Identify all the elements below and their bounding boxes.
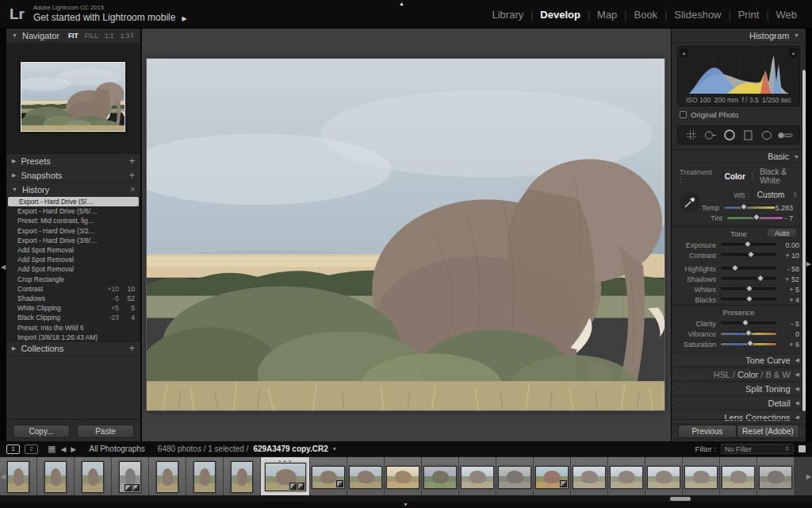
- slider-thumb[interactable]: [745, 329, 753, 337]
- go-back-icon[interactable]: ◀: [60, 445, 66, 453]
- slider-track[interactable]: [724, 206, 776, 209]
- slider-thumb[interactable]: [731, 264, 739, 272]
- edit-badge-icon[interactable]: [560, 480, 567, 487]
- slider-value[interactable]: + 4: [776, 296, 802, 304]
- second-window-button[interactable]: 2: [25, 444, 38, 454]
- photo-thumbnail[interactable]: [722, 466, 755, 489]
- history-item[interactable]: Add Spot Removal: [6, 264, 140, 274]
- filmstrip-cell[interactable]: [422, 457, 459, 496]
- slider-track[interactable]: [721, 267, 776, 270]
- slider-track[interactable]: [721, 322, 776, 325]
- zoom-option-1:1[interactable]: 1:1: [105, 32, 114, 40]
- add-snapshot-icon[interactable]: +: [129, 170, 135, 181]
- slider-track[interactable]: [721, 333, 776, 335]
- current-file-name[interactable]: 629A3479 copy.CR2: [253, 444, 327, 453]
- navigator-thumbnail[interactable]: [21, 62, 125, 132]
- reset-button[interactable]: Reset (Adobe): [737, 425, 799, 438]
- spot-removal-tool[interactable]: [703, 127, 718, 143]
- filmstrip-cell[interactable]: [186, 457, 224, 496]
- edit-badge-icon[interactable]: [124, 484, 132, 491]
- filmstrip-cell[interactable]: [37, 457, 75, 496]
- slider-track[interactable]: [721, 343, 776, 345]
- filmstrip-cell[interactable]: [347, 457, 385, 496]
- zoom-option-fill[interactable]: FILL: [85, 32, 98, 40]
- slider-value[interactable]: - 58: [776, 265, 802, 273]
- filmstrip-scroll-left-icon[interactable]: ◀: [1, 473, 6, 480]
- filmstrip-cell[interactable]: [112, 457, 149, 496]
- copy-button[interactable]: Copy...: [13, 425, 70, 438]
- collapse-right-icon[interactable]: ▶: [806, 260, 811, 267]
- panel-header-detail[interactable]: Detail◀: [672, 396, 806, 410]
- photo-thumbnail[interactable]: [156, 461, 178, 493]
- history-item[interactable]: Shadows-552: [6, 294, 140, 303]
- photo-thumbnail[interactable]: [82, 461, 104, 493]
- clear-history-icon[interactable]: ×: [130, 185, 135, 194]
- crop-overlay-tool[interactable]: [684, 127, 700, 143]
- histogram[interactable]: ▲ ▲ ISO 100200 mmf / 3.51/250 sec: [677, 46, 800, 106]
- photo-thumbnail[interactable]: [193, 461, 216, 493]
- slider-thumb[interactable]: [753, 214, 760, 221]
- top-panel-collapse-icon[interactable]: ▲: [399, 1, 404, 6]
- zoom-option-1:3[interactable]: 1:3: [120, 32, 129, 40]
- photo-thumbnail[interactable]: [349, 466, 382, 489]
- filmstrip-cell[interactable]: [645, 457, 683, 496]
- history-header[interactable]: ▼ History ×: [6, 183, 140, 197]
- slider-thumb[interactable]: [741, 319, 749, 327]
- history-item[interactable]: Export - Hard Drive (5/6/18 5:25:58 PM): [6, 206, 140, 216]
- panel-switch[interactable]: [678, 372, 682, 376]
- adjustment-brush-tool[interactable]: [777, 127, 793, 143]
- module-library[interactable]: Library: [485, 9, 530, 21]
- photo-thumbnail[interactable]: [759, 466, 792, 489]
- photo-thumbnail[interactable]: [7, 461, 29, 493]
- right-panel-scrollbar[interactable]: [802, 70, 806, 411]
- filter-toggle[interactable]: [799, 445, 806, 452]
- history-item[interactable]: Preset: Mid contrast, lighter shadows an…: [6, 216, 140, 225]
- history-item[interactable]: Black Clipping-234: [6, 313, 140, 322]
- filmstrip-cell[interactable]: [608, 457, 645, 496]
- filmstrip-cell[interactable]: • • •: [261, 457, 310, 496]
- panel-header-tone-curve[interactable]: Tone Curve◀: [672, 353, 806, 367]
- slider-thumb[interactable]: [745, 295, 753, 303]
- panel-switch[interactable]: [678, 387, 682, 391]
- history-item[interactable]: Export - Hard Drive (3/27/18 8:16:11 AM): [6, 226, 140, 236]
- history-item[interactable]: Export - Hard Drive (5/6/18 5:26:14 PM): [8, 197, 139, 206]
- slider-track[interactable]: [721, 278, 776, 280]
- photo-thumbnail[interactable]: [498, 466, 531, 489]
- collections-header[interactable]: ▶ Collections +: [6, 342, 140, 356]
- module-web[interactable]: Web: [769, 9, 805, 21]
- slider-value[interactable]: - 5: [776, 320, 802, 328]
- edit-badge-icon[interactable]: [336, 480, 343, 487]
- filter-dropdown[interactable]: No Filter ⇕: [721, 444, 794, 454]
- slider-thumb[interactable]: [747, 251, 755, 259]
- slider-track[interactable]: [721, 244, 776, 246]
- histogram-header[interactable]: Histogram ▼: [672, 29, 806, 43]
- zoom-stepper-icon[interactable]: ⇕: [129, 32, 135, 39]
- main-photo[interactable]: [146, 58, 665, 411]
- filmstrip-cell[interactable]: [720, 457, 757, 496]
- grid-view-icon[interactable]: ▦: [48, 444, 56, 454]
- photo-thumbnail[interactable]: [535, 466, 569, 489]
- treatment-bw-button[interactable]: Black & White: [760, 167, 798, 185]
- photo-thumbnail[interactable]: [231, 461, 253, 493]
- panel-switch[interactable]: [678, 358, 682, 362]
- slider-thumb[interactable]: [744, 241, 752, 248]
- slider-value[interactable]: 5,283: [775, 204, 796, 212]
- slider-thumb[interactable]: [746, 340, 754, 348]
- module-print[interactable]: Print: [731, 9, 767, 21]
- red-eye-tool[interactable]: [722, 127, 737, 143]
- snapshots-header[interactable]: ▶ Snapshots +: [6, 168, 140, 183]
- right-panel-gutter[interactable]: ▶: [806, 29, 812, 441]
- slider-track[interactable]: [727, 217, 783, 219]
- photo-thumbnail[interactable]: [610, 466, 643, 489]
- add-collection-icon[interactable]: +: [129, 343, 135, 354]
- history-item[interactable]: Add Spot Removal: [6, 245, 140, 255]
- filmstrip-cell[interactable]: [459, 457, 496, 496]
- navigator-header[interactable]: ▼ Navigator FITFILL1:11:3 ⇕: [6, 29, 140, 43]
- module-book[interactable]: Book: [626, 9, 665, 21]
- add-preset-icon[interactable]: +: [129, 156, 135, 167]
- original-photo-checkbox[interactable]: [680, 111, 687, 118]
- filmstrip-cell[interactable]: [149, 457, 186, 496]
- slider-value[interactable]: - 7: [783, 214, 796, 222]
- history-item[interactable]: Add Spot Removal: [6, 255, 140, 264]
- graduated-filter-tool[interactable]: [740, 127, 756, 143]
